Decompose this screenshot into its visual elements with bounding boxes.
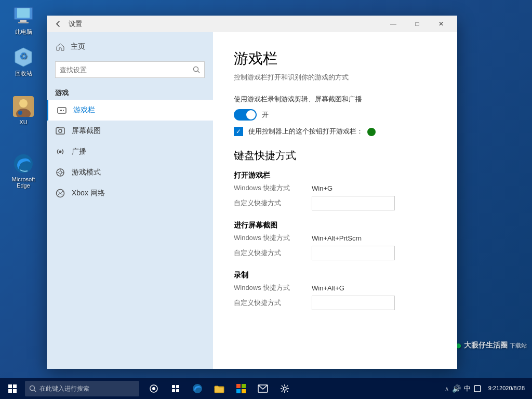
edge-taskbar-icon	[192, 383, 203, 394]
svg-rect-43	[242, 384, 246, 388]
taskbar-search-icon	[29, 385, 36, 392]
shortcut-group-0: 打开游戏栏 Windows 快捷方式 Win+G 自定义快捷方式	[234, 171, 436, 210]
file-explorer-icon	[214, 384, 224, 393]
sidebar: 主页 游戏 游戏栏 屏幕截图	[47, 32, 213, 369]
maximize-button[interactable]: □	[405, 16, 429, 32]
task-view-button[interactable]	[143, 378, 164, 399]
svg-point-19	[59, 129, 62, 132]
svg-rect-31	[13, 389, 17, 393]
this-pc-label: 此电脑	[15, 28, 32, 36]
xbox-icon	[55, 188, 65, 198]
game-mode-label: 游戏模式	[72, 168, 101, 177]
desktop-icon-user[interactable]: XU	[5, 96, 42, 125]
sidebar-item-screenshot[interactable]: 屏幕截图	[47, 121, 213, 141]
svg-rect-39	[176, 389, 179, 392]
store-button[interactable]	[231, 378, 251, 399]
sidebar-home-button[interactable]: 主页	[47, 36, 213, 57]
svg-point-20	[59, 151, 62, 153]
game-bar-toggle[interactable]	[234, 109, 257, 121]
user-icon	[13, 96, 34, 117]
svg-rect-44	[236, 389, 241, 393]
search-icon	[193, 66, 200, 73]
window-body: 主页 游戏 游戏栏 屏幕截图	[47, 32, 457, 369]
broadcast-label: 广播	[72, 147, 86, 156]
window-controls: — □ ✕	[381, 16, 453, 32]
svg-point-9	[18, 111, 22, 115]
file-explorer-button[interactable]	[209, 378, 230, 399]
screenshot-label: 屏幕截图	[72, 126, 101, 136]
speaker-icon[interactable]: 🔊	[452, 384, 461, 393]
mail-icon	[258, 384, 268, 393]
edge-taskbar-button[interactable]	[187, 378, 208, 399]
svg-rect-37	[176, 385, 179, 388]
shortcut-custom-row-0: 自定义快捷方式	[234, 196, 436, 210]
window-title: 设置	[69, 19, 82, 29]
task-view-icon	[149, 384, 158, 393]
svg-rect-45	[242, 389, 246, 393]
xbox-network-label: Xbox 网络	[72, 189, 105, 198]
sidebar-item-game-bar[interactable]: 游戏栏	[47, 100, 213, 121]
shortcut-windows-row-1: Windows 快捷方式 Win+Alt+PrtScrn	[234, 233, 436, 243]
desktop-icon-edge[interactable]: Microsoft Edge	[5, 153, 42, 189]
toggle-section-label: 使用游戏栏录制游戏剪辑、屏幕截图和广播	[234, 95, 436, 104]
watermark-sub: 下载站	[510, 342, 527, 350]
svg-line-12	[198, 71, 200, 73]
show-hidden-button[interactable]: ∧	[445, 385, 449, 392]
shortcut-windows-row-2: Windows 快捷方式 Win+Alt+G	[234, 283, 436, 292]
store-icon	[236, 383, 246, 394]
search-input[interactable]	[60, 66, 193, 74]
checkbox-label: 使用控制器上的这个按钮打开游戏栏：	[248, 127, 376, 136]
systray: ∧ 🔊 中 9:21 2020/8/28	[443, 378, 532, 399]
svg-rect-36	[172, 385, 175, 388]
shortcut-title-1: 进行屏幕截图	[234, 221, 436, 230]
watermark: ● 大眼仔生活圈 下载站	[455, 339, 527, 352]
custom-shortcut-input-1[interactable]	[312, 246, 395, 260]
svg-rect-48	[474, 385, 481, 392]
svg-rect-1	[17, 8, 30, 18]
controller-checkbox[interactable]	[234, 127, 243, 136]
keyboard-section-title: 键盘快捷方式	[234, 149, 436, 163]
system-clock[interactable]: 9:21 2020/8/28	[485, 378, 528, 399]
title-bar: 设置 — □ ✕	[47, 16, 457, 32]
svg-rect-2	[20, 20, 26, 22]
back-button[interactable]	[51, 17, 65, 31]
page-title: 游戏栏	[234, 49, 436, 69]
svg-rect-3	[18, 22, 29, 23]
sidebar-item-game-mode[interactable]: 游戏模式	[47, 162, 213, 183]
sidebar-item-broadcast[interactable]: 广播	[47, 141, 213, 162]
windows-shortcut-label-1: Windows 快捷方式	[234, 233, 312, 243]
screenshot-icon	[55, 126, 65, 136]
windows-view-button[interactable]	[165, 378, 186, 399]
taskbar-search[interactable]: 在此键入进行搜索	[25, 381, 139, 396]
this-pc-icon	[13, 5, 34, 26]
svg-rect-17	[56, 128, 64, 134]
svg-text:♻: ♻	[19, 51, 28, 61]
custom-shortcut-input-2[interactable]	[312, 296, 395, 310]
language-indicator[interactable]: 中	[464, 384, 471, 393]
game-mode-icon	[55, 167, 65, 178]
svg-point-22	[59, 171, 62, 174]
close-button[interactable]: ✕	[429, 16, 453, 32]
settings-button[interactable]	[274, 378, 295, 399]
section-title: 游戏	[47, 82, 213, 100]
notification-icon[interactable]	[474, 385, 481, 392]
page-subtitle: 控制游戏栏打开和识别你的游戏的方式	[234, 73, 436, 82]
shortcut-group-1: 进行屏幕截图 Windows 快捷方式 Win+Alt+PrtScrn 自定义快…	[234, 221, 436, 260]
start-icon	[8, 384, 17, 393]
shortcut-custom-row-1: 自定义快捷方式	[234, 246, 436, 260]
custom-shortcut-label-2: 自定义快捷方式	[234, 298, 312, 308]
start-button[interactable]	[0, 378, 25, 399]
custom-shortcut-label-1: 自定义快捷方式	[234, 248, 312, 258]
user-label: XU	[19, 119, 27, 125]
svg-rect-18	[57, 127, 59, 128]
desktop-icon-recycle-bin[interactable]: ♻ 回收站	[5, 47, 42, 77]
minimize-button[interactable]: —	[381, 16, 405, 32]
search-box[interactable]	[55, 61, 205, 78]
desktop-icon-this-pc[interactable]: 此电脑	[5, 5, 42, 36]
watermark-text: 大眼仔生活圈	[464, 341, 508, 350]
settings-window: 设置 — □ ✕ 主页 游戏	[47, 16, 457, 369]
svg-point-47	[283, 387, 286, 390]
mail-button[interactable]	[252, 378, 273, 399]
sidebar-item-xbox-network[interactable]: Xbox 网络	[47, 183, 213, 204]
custom-shortcut-input-0[interactable]	[312, 196, 395, 210]
